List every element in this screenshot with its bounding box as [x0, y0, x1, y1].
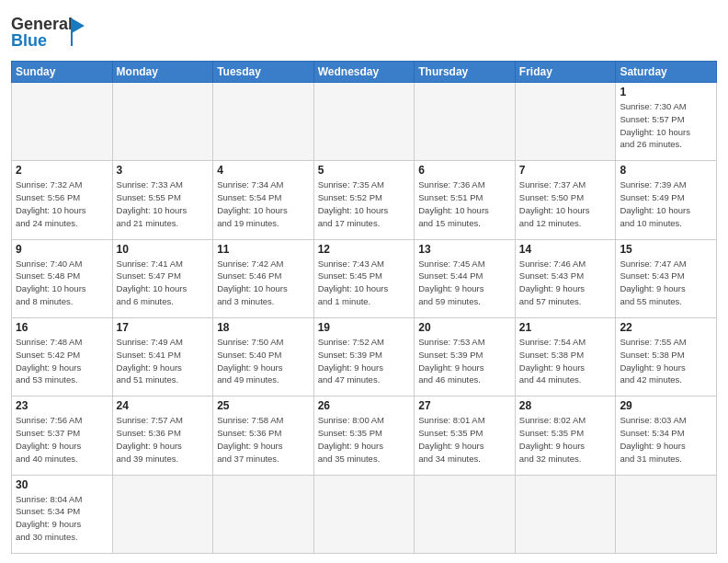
- calendar-week-row: 2Sunrise: 7:32 AM Sunset: 5:56 PM Daylig…: [12, 161, 717, 239]
- day-number: 3: [117, 164, 210, 177]
- day-info: Sunrise: 8:03 AM Sunset: 5:34 PM Dayligh…: [620, 414, 712, 465]
- day-info: Sunrise: 7:42 AM Sunset: 5:46 PM Dayligh…: [217, 258, 310, 308]
- calendar-day-cell: 25Sunrise: 7:58 AM Sunset: 5:36 PM Dayli…: [213, 396, 314, 475]
- day-info: Sunrise: 7:43 AM Sunset: 5:45 PM Dayligh…: [318, 258, 411, 308]
- calendar-week-row: 1Sunrise: 7:30 AM Sunset: 5:57 PM Daylig…: [12, 83, 717, 161]
- calendar-day-cell: [415, 83, 516, 161]
- day-info: Sunrise: 7:57 AM Sunset: 5:36 PM Dayligh…: [117, 414, 210, 465]
- calendar-day-cell: [12, 83, 113, 161]
- day-number: 16: [16, 321, 108, 334]
- day-info: Sunrise: 7:46 AM Sunset: 5:43 PM Dayligh…: [519, 258, 612, 308]
- calendar-day-cell: 30Sunrise: 8:04 AM Sunset: 5:34 PM Dayli…: [12, 475, 113, 553]
- day-info: Sunrise: 7:37 AM Sunset: 5:50 PM Dayligh…: [519, 178, 612, 229]
- calendar-day-cell: [616, 475, 717, 553]
- weekday-header-sunday: Sunday: [12, 62, 113, 83]
- calendar-week-row: 16Sunrise: 7:48 AM Sunset: 5:42 PM Dayli…: [12, 317, 717, 396]
- day-number: 14: [519, 243, 612, 256]
- day-number: 22: [620, 321, 712, 334]
- calendar-day-cell: [313, 83, 415, 161]
- calendar-day-cell: 15Sunrise: 7:47 AM Sunset: 5:43 PM Dayli…: [616, 239, 717, 317]
- calendar-day-cell: 22Sunrise: 7:55 AM Sunset: 5:38 PM Dayli…: [616, 317, 717, 396]
- day-info: Sunrise: 7:56 AM Sunset: 5:37 PM Dayligh…: [16, 414, 108, 465]
- calendar-day-cell: 26Sunrise: 8:00 AM Sunset: 5:35 PM Dayli…: [313, 396, 415, 475]
- calendar-day-cell: 10Sunrise: 7:41 AM Sunset: 5:47 PM Dayli…: [112, 239, 213, 317]
- weekday-header-friday: Friday: [515, 62, 616, 83]
- day-info: Sunrise: 7:47 AM Sunset: 5:43 PM Dayligh…: [620, 258, 712, 308]
- calendar-week-row: 30Sunrise: 8:04 AM Sunset: 5:34 PM Dayli…: [12, 475, 717, 553]
- day-number: 18: [217, 321, 310, 334]
- calendar-day-cell: 27Sunrise: 8:01 AM Sunset: 5:35 PM Dayli…: [415, 396, 516, 475]
- day-info: Sunrise: 8:00 AM Sunset: 5:35 PM Dayligh…: [318, 414, 411, 465]
- weekday-header-monday: Monday: [112, 62, 213, 83]
- day-number: 20: [418, 321, 511, 334]
- calendar-day-cell: 7Sunrise: 7:37 AM Sunset: 5:50 PM Daylig…: [515, 161, 616, 239]
- calendar-day-cell: 19Sunrise: 7:52 AM Sunset: 5:39 PM Dayli…: [313, 317, 415, 396]
- day-info: Sunrise: 8:02 AM Sunset: 5:35 PM Dayligh…: [519, 414, 612, 465]
- calendar-day-cell: 18Sunrise: 7:50 AM Sunset: 5:40 PM Dayli…: [213, 317, 314, 396]
- day-info: Sunrise: 7:58 AM Sunset: 5:36 PM Dayligh…: [217, 414, 310, 465]
- day-info: Sunrise: 7:33 AM Sunset: 5:55 PM Dayligh…: [117, 178, 210, 229]
- calendar-week-row: 9Sunrise: 7:40 AM Sunset: 5:48 PM Daylig…: [12, 239, 717, 317]
- day-info: Sunrise: 7:39 AM Sunset: 5:49 PM Dayligh…: [620, 178, 712, 229]
- day-number: 4: [217, 164, 310, 177]
- calendar-day-cell: 11Sunrise: 7:42 AM Sunset: 5:46 PM Dayli…: [213, 239, 314, 317]
- day-number: 25: [217, 399, 310, 412]
- calendar-day-cell: 4Sunrise: 7:34 AM Sunset: 5:54 PM Daylig…: [213, 161, 314, 239]
- day-info: Sunrise: 7:55 AM Sunset: 5:38 PM Dayligh…: [620, 336, 712, 386]
- calendar-day-cell: 20Sunrise: 7:53 AM Sunset: 5:39 PM Dayli…: [415, 317, 516, 396]
- day-info: Sunrise: 7:53 AM Sunset: 5:39 PM Dayligh…: [418, 336, 511, 386]
- weekday-header-wednesday: Wednesday: [313, 62, 415, 83]
- calendar-day-cell: 8Sunrise: 7:39 AM Sunset: 5:49 PM Daylig…: [616, 161, 717, 239]
- weekday-header-thursday: Thursday: [415, 62, 516, 83]
- weekday-header-row: SundayMondayTuesdayWednesdayThursdayFrid…: [12, 62, 717, 83]
- calendar-day-cell: 16Sunrise: 7:48 AM Sunset: 5:42 PM Dayli…: [12, 317, 113, 396]
- weekday-header-tuesday: Tuesday: [213, 62, 314, 83]
- calendar-day-cell: 13Sunrise: 7:45 AM Sunset: 5:44 PM Dayli…: [415, 239, 516, 317]
- svg-text:General: General: [11, 15, 73, 33]
- day-info: Sunrise: 7:48 AM Sunset: 5:42 PM Dayligh…: [16, 336, 108, 386]
- day-number: 1: [620, 86, 712, 98]
- day-info: Sunrise: 7:41 AM Sunset: 5:47 PM Dayligh…: [117, 258, 210, 308]
- day-number: 23: [16, 399, 108, 412]
- calendar-day-cell: 29Sunrise: 8:03 AM Sunset: 5:34 PM Dayli…: [616, 396, 717, 475]
- svg-text:Blue: Blue: [11, 31, 47, 50]
- day-info: Sunrise: 8:01 AM Sunset: 5:35 PM Dayligh…: [418, 414, 511, 465]
- calendar-table: SundayMondayTuesdayWednesdayThursdayFrid…: [11, 61, 717, 554]
- day-number: 10: [117, 243, 210, 256]
- day-number: 11: [217, 243, 310, 256]
- day-number: 2: [16, 164, 108, 177]
- calendar-day-cell: [515, 83, 616, 161]
- day-info: Sunrise: 7:52 AM Sunset: 5:39 PM Dayligh…: [318, 336, 411, 386]
- day-number: 7: [519, 164, 612, 177]
- day-info: Sunrise: 7:40 AM Sunset: 5:48 PM Dayligh…: [16, 258, 108, 308]
- day-info: Sunrise: 7:50 AM Sunset: 5:40 PM Dayligh…: [217, 336, 310, 386]
- day-number: 24: [117, 399, 210, 412]
- weekday-header-saturday: Saturday: [616, 62, 717, 83]
- day-number: 27: [418, 399, 511, 412]
- day-number: 5: [318, 164, 411, 177]
- day-info: Sunrise: 8:04 AM Sunset: 5:34 PM Dayligh…: [16, 493, 108, 544]
- day-number: 21: [519, 321, 612, 334]
- calendar-day-cell: 24Sunrise: 7:57 AM Sunset: 5:36 PM Dayli…: [112, 396, 213, 475]
- calendar-day-cell: [515, 475, 616, 553]
- calendar-day-cell: [213, 475, 314, 553]
- calendar-day-cell: [112, 475, 213, 553]
- day-info: Sunrise: 7:45 AM Sunset: 5:44 PM Dayligh…: [418, 258, 511, 308]
- calendar-day-cell: 5Sunrise: 7:35 AM Sunset: 5:52 PM Daylig…: [313, 161, 415, 239]
- calendar-day-cell: 12Sunrise: 7:43 AM Sunset: 5:45 PM Dayli…: [313, 239, 415, 317]
- day-info: Sunrise: 7:34 AM Sunset: 5:54 PM Dayligh…: [217, 178, 310, 229]
- day-number: 30: [16, 478, 108, 491]
- day-number: 29: [620, 399, 712, 412]
- calendar-week-row: 23Sunrise: 7:56 AM Sunset: 5:37 PM Dayli…: [12, 396, 717, 475]
- day-number: 26: [318, 399, 411, 412]
- day-info: Sunrise: 7:36 AM Sunset: 5:51 PM Dayligh…: [418, 178, 511, 229]
- day-number: 9: [16, 243, 108, 256]
- calendar-day-cell: [213, 83, 314, 161]
- day-info: Sunrise: 7:49 AM Sunset: 5:41 PM Dayligh…: [117, 336, 210, 386]
- day-info: Sunrise: 7:35 AM Sunset: 5:52 PM Dayligh…: [318, 178, 411, 229]
- day-number: 15: [620, 243, 712, 256]
- calendar-day-cell: [112, 83, 213, 161]
- page: General Blue SundayMondayTuesdayWednesda…: [0, 0, 728, 563]
- calendar-day-cell: 14Sunrise: 7:46 AM Sunset: 5:43 PM Dayli…: [515, 239, 616, 317]
- header: General Blue: [11, 9, 717, 55]
